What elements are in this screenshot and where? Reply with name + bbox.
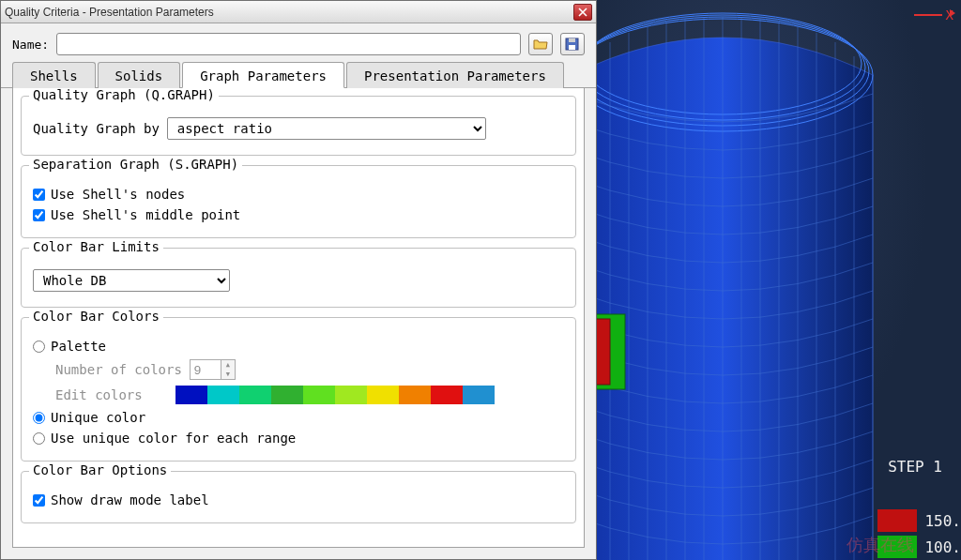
quality-criteria-dialog: Quality Criteria - Presentation Paramete… — [0, 0, 597, 560]
legend-swatch — [877, 509, 917, 532]
color-swatch[interactable] — [271, 386, 303, 404]
watermark: 仿真在线 — [847, 534, 914, 556]
tab-shells[interactable]: Shells — [12, 62, 96, 88]
use-shell-nodes-input[interactable] — [33, 189, 45, 201]
use-shell-middle-checkbox[interactable]: Use Shell's middle point — [33, 207, 240, 222]
num-colors-label: Number of colors — [55, 362, 182, 377]
folder-icon — [533, 38, 548, 51]
tabs: Shells Solids Graph Parameters Presentat… — [1, 61, 596, 88]
each-range-radio-input[interactable] — [33, 432, 45, 445]
unique-color-radio[interactable]: Unique color — [33, 410, 145, 425]
color-swatch[interactable] — [239, 386, 271, 404]
open-button[interactable] — [528, 33, 553, 55]
group-color-bar-limits: Color Bar Limits Whole DB — [21, 248, 576, 308]
group-title: Color Bar Options — [29, 462, 171, 477]
group-color-bar-options: Color Bar Options Show draw mode label — [21, 471, 576, 523]
close-icon — [578, 8, 587, 17]
legend-value: 100. — [924, 538, 961, 556]
viewport-3d[interactable]: X STEP 1 150. 100. 仿真在线 — [591, 0, 961, 560]
use-shell-middle-input[interactable] — [33, 209, 45, 221]
titlebar[interactable]: Quality Criteria - Presentation Paramete… — [1, 1, 596, 23]
checkbox-label: Use Shell's middle point — [51, 207, 240, 222]
group-title: Quality Graph (Q.GRAPH) — [29, 88, 219, 102]
floppy-icon — [565, 38, 580, 51]
quality-graph-by-select[interactable]: aspect ratio — [167, 117, 486, 140]
use-shell-nodes-checkbox[interactable]: Use Shell's nodes — [33, 187, 185, 202]
save-button[interactable] — [560, 33, 585, 55]
checkbox-label: Show draw mode label — [51, 492, 209, 507]
num-colors-input[interactable] — [190, 359, 221, 380]
window-title: Quality Criteria - Presentation Paramete… — [5, 6, 573, 19]
show-draw-mode-checkbox[interactable]: Show draw mode label — [33, 492, 209, 507]
color-swatch[interactable] — [335, 386, 367, 404]
legend-value: 150. — [924, 512, 961, 530]
color-bar-limits-select[interactable]: Whole DB — [33, 269, 230, 292]
each-range-radio[interactable]: Use unique color for each range — [33, 431, 296, 446]
quality-graph-by-label: Quality Graph by — [33, 121, 160, 136]
spinner-down[interactable]: ▼ — [221, 370, 235, 379]
axis-x-label: X — [914, 8, 953, 23]
name-label: Name: — [12, 38, 49, 52]
group-title: Separation Graph (S.GRAPH) — [29, 157, 242, 172]
color-swatch[interactable] — [431, 386, 463, 404]
palette-radio[interactable]: Palette — [33, 339, 106, 354]
spinner-up[interactable]: ▲ — [221, 360, 235, 370]
tab-solids[interactable]: Solids — [98, 62, 181, 88]
group-title: Color Bar Limits — [29, 239, 163, 254]
edit-colors-label: Edit colors — [55, 387, 168, 402]
tab-presentation-parameters[interactable]: Presentation Parameters — [346, 62, 564, 88]
tab-graph-parameters[interactable]: Graph Parameters — [182, 62, 344, 88]
palette-radio-input[interactable] — [33, 341, 45, 353]
group-title: Color Bar Colors — [29, 309, 163, 324]
color-swatch[interactable] — [303, 386, 335, 404]
show-draw-mode-input[interactable] — [33, 494, 45, 507]
color-swatch[interactable] — [399, 386, 431, 404]
color-swatch[interactable] — [463, 386, 495, 404]
legend-row: 150. — [877, 507, 961, 534]
color-palette[interactable] — [175, 386, 495, 404]
checkbox-label: Use Shell's nodes — [51, 187, 185, 202]
group-color-bar-colors: Color Bar Colors Palette Number of color… — [21, 317, 576, 462]
radio-label: Use unique color for each range — [51, 431, 296, 446]
mesh-display — [591, 0, 961, 560]
radio-label: Unique color — [51, 410, 145, 425]
step-label: STEP 1 — [888, 458, 942, 476]
group-quality-graph: Quality Graph (Q.GRAPH) Quality Graph by… — [21, 96, 576, 156]
color-swatch[interactable] — [367, 386, 399, 404]
name-input[interactable] — [56, 33, 521, 55]
svg-rect-25 — [569, 45, 575, 50]
color-swatch[interactable] — [207, 386, 239, 404]
unique-color-radio-input[interactable] — [33, 412, 45, 424]
svg-rect-24 — [569, 38, 575, 42]
num-colors-spinner[interactable]: ▲ ▼ — [190, 359, 236, 380]
group-separation-graph: Separation Graph (S.GRAPH) Use Shell's n… — [21, 165, 576, 238]
color-swatch[interactable] — [175, 386, 207, 404]
radio-label: Palette — [51, 339, 106, 354]
tab-content: Quality Graph (Q.GRAPH) Quality Graph by… — [12, 88, 585, 548]
close-button[interactable] — [573, 4, 592, 21]
